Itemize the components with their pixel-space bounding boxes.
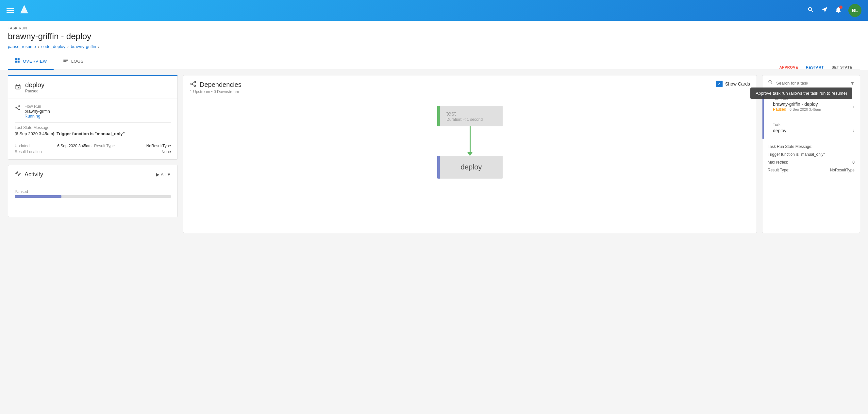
search-icon[interactable] (807, 6, 814, 15)
tabs: OVERVIEW LOGS (8, 53, 860, 70)
node-deploy[interactable]: deploy (437, 156, 503, 179)
activity-body: Paused (8, 184, 178, 217)
search-icon-right (768, 79, 774, 87)
svg-marker-0 (20, 5, 28, 13)
set-state-label: SET STATE (832, 65, 852, 69)
activity-bar (15, 195, 171, 198)
activity-label: Activity (25, 171, 43, 178)
top-nav: BL (0, 0, 868, 21)
share-icon (190, 81, 196, 89)
result-type-value: NoResultType (147, 144, 171, 148)
svg-point-4 (194, 81, 196, 83)
task-status: Paused (25, 89, 44, 93)
connector-line (470, 126, 471, 152)
task-section-label: Task (773, 123, 855, 126)
search-dropdown-arrow[interactable]: ▼ (850, 81, 855, 86)
flow-run-name: brawny-griffin (25, 109, 50, 114)
task-card: deploy Paused Flow Run brawny-griffin Ru… (8, 75, 178, 160)
activity-filter-label: All (161, 172, 165, 177)
activity-chart-icon (15, 170, 21, 179)
state-message: Last State Message [6 Sep 2020 3:45am]: … (15, 125, 171, 136)
node-test-name: test (446, 110, 496, 117)
node-test-duration: Duration: < 1 second (446, 117, 496, 122)
result-type-label: Result Type (94, 144, 115, 148)
flow-run-info: Flow Run brawny-griffin Running (25, 104, 50, 118)
svg-point-6 (194, 85, 196, 87)
page-wrapper: deploy Paused Flow Run brawny-griffin Ru… (0, 70, 868, 241)
task-row: deploy › (773, 128, 855, 134)
logo-icon (19, 4, 29, 17)
state-message-key: Task Run State Message: (768, 144, 812, 149)
overview-icon (14, 58, 20, 65)
state-message-timestamp: [6 Sep 2020 3:45am]: (15, 131, 55, 136)
result-type-item: Result Type NoResultType (94, 144, 171, 148)
updated-value: 6 Sep 2020 3:45am (57, 144, 92, 148)
node-test[interactable]: test Duration: < 1 second (437, 106, 503, 126)
breadcrumb-brawny-griffin[interactable]: brawny-griffin (70, 44, 96, 49)
task-run-label: TASK RUN (8, 26, 860, 30)
breadcrumb-pause-resume[interactable]: pause_resume (8, 44, 36, 49)
activity-card: Activity ▶ All ▼ Paused (8, 165, 178, 217)
flow-run-status: Running (25, 114, 50, 118)
task-run-date: 6 Sep 2020 3:45am (789, 107, 821, 111)
task-chevron[interactable]: › (853, 128, 855, 134)
result-type-key-right: Result Type: (768, 168, 789, 172)
show-cards-toggle[interactable]: ✓ Show Cards (716, 81, 750, 87)
max-retries-key: Max retries: (768, 160, 788, 165)
result-location-item: Result Location None (15, 149, 171, 154)
activity-filter[interactable]: ▶ All ▼ (156, 172, 171, 177)
svg-point-1 (18, 105, 20, 107)
task-card-body: Flow Run brawny-griffin Running Last Sta… (8, 99, 178, 159)
tab-overview[interactable]: OVERVIEW (8, 53, 54, 70)
activity-dropdown-icon: ▼ (167, 172, 171, 177)
dep-header: Dependencies 1 Upstream • 0 Downstream ✓… (190, 81, 750, 94)
tab-logs[interactable]: LOGS (56, 53, 90, 70)
arrow-right-icon: ▶ (156, 172, 159, 177)
updated-label: Updated (15, 144, 29, 148)
breadcrumb-code-deploy[interactable]: code_deploy (41, 44, 65, 49)
notifications-icon[interactable] (835, 6, 842, 15)
search-input[interactable] (776, 81, 847, 85)
flow-icon (15, 105, 21, 112)
state-message-value: [6 Sep 2020 3:45am]: Trigger function is… (15, 131, 171, 136)
state-message-right-value: Trigger function is "manual_only" (768, 152, 855, 157)
result-location-label: Result Location (15, 149, 42, 154)
activity-title: Activity (15, 170, 43, 179)
approve-label: APPROVE (779, 65, 798, 69)
restart-label: RESTART (806, 65, 824, 69)
svg-line-8 (192, 82, 194, 83)
right-task-section: Task deploy › (768, 117, 860, 139)
result-type-row: Result Type: NoResultType (768, 168, 855, 172)
task-run-name: brawny-griffin - deploy (773, 102, 821, 107)
svg-line-7 (192, 84, 194, 85)
task-name-right: deploy (773, 128, 786, 133)
nav-right: BL (807, 4, 862, 17)
page-title: brawny-griffin - deploy (8, 31, 860, 41)
svg-point-3 (18, 109, 20, 110)
pin-icon (15, 83, 21, 91)
tab-logs-label: LOGS (71, 59, 84, 64)
alerts-icon[interactable] (821, 6, 828, 15)
activity-bar-fill (15, 195, 61, 198)
result-type-val-right: NoResultType (830, 168, 855, 172)
dep-title-text: Dependencies (200, 81, 242, 89)
dep-subtitle: 1 Upstream • 0 Downstream (190, 90, 242, 94)
avatar[interactable]: BL (848, 4, 862, 17)
breadcrumb: pause_resume › code_deploy › brawny-grif… (8, 44, 860, 49)
task-run-chevron[interactable]: › (853, 104, 855, 110)
connector (467, 126, 472, 156)
result-location-value: None (161, 149, 171, 154)
task-name-area: deploy Paused (25, 81, 44, 93)
right-info-section: Task Run State Message: Trigger function… (763, 139, 860, 181)
main-layout: deploy Paused Flow Run brawny-griffin Ru… (8, 70, 860, 233)
task-run-status: Paused (773, 107, 786, 112)
state-message-label: Last State Message (15, 125, 171, 130)
approve-tooltip: Approve task run (allows the task run to… (750, 88, 852, 99)
svg-point-5 (191, 83, 192, 85)
hamburger-menu[interactable] (6, 8, 14, 13)
state-message-text: Trigger function is "manual_only" (57, 131, 125, 136)
svg-point-2 (16, 107, 17, 109)
max-retries-row: Max retries: 0 (768, 160, 855, 165)
notification-dot (839, 5, 842, 9)
updated-item: Updated 6 Sep 2020 3:45am (15, 144, 92, 148)
